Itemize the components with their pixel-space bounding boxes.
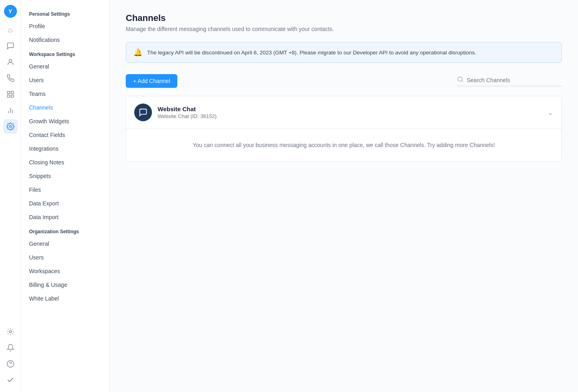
workspace-settings-title: Workspace Settings <box>21 47 109 60</box>
svg-rect-3 <box>7 95 10 97</box>
svg-point-12 <box>458 77 462 81</box>
contacts-icon[interactable] <box>3 55 18 69</box>
notifications-bell-icon[interactable] <box>3 340 18 355</box>
sidebar-item-org-general[interactable]: General <box>21 237 109 251</box>
page-title: Channels <box>126 13 562 23</box>
channels-toolbar: + Add Channel <box>126 74 562 88</box>
settings-icon[interactable] <box>3 119 18 134</box>
sidebar-item-ws-users[interactable]: Users <box>21 73 109 87</box>
integrations-bottom-icon[interactable] <box>3 324 18 339</box>
svg-line-13 <box>462 81 463 82</box>
sidebar-item-ws-teams[interactable]: Teams <box>21 87 109 101</box>
search-input[interactable] <box>467 77 555 83</box>
home-icon[interactable]: ⌂ <box>3 23 18 37</box>
chat-icon[interactable] <box>3 39 18 53</box>
channel-info: Website Chat Website Chat (ID: 36152) <box>158 106 547 119</box>
sidebar-item-ws-export[interactable]: Data Export <box>21 197 109 210</box>
page-subtitle: Manage the different messaging channels … <box>126 26 562 32</box>
sidebar-item-ws-closing[interactable]: Closing Notes <box>21 156 109 169</box>
reports-icon[interactable] <box>3 103 18 118</box>
sidebar-item-ws-files[interactable]: Files <box>21 183 109 197</box>
search-wrapper <box>457 76 562 86</box>
sidebar-item-ws-snippets[interactable]: Snippets <box>21 169 109 183</box>
channel-list: Website Chat Website Chat (ID: 36152) ⌄ … <box>126 96 562 162</box>
workspace-settings-nav: GeneralUsersTeamsChannelsGrowth WidgetsC… <box>21 60 109 224</box>
svg-rect-2 <box>11 91 13 94</box>
sidebar-item-org-white-label[interactable]: White Label <box>21 292 109 305</box>
help-icon[interactable] <box>3 357 18 371</box>
org-settings-title: Organization Settings <box>21 224 109 237</box>
svg-rect-4 <box>11 95 13 97</box>
org-settings-nav: GeneralUsersWorkspacesBilling & UsageWhi… <box>21 237 109 305</box>
channel-name: Website Chat <box>158 106 547 112</box>
channel-item[interactable]: Website Chat Website Chat (ID: 36152) ⌄ <box>126 96 561 129</box>
search-icon <box>457 76 464 84</box>
main-content: Channels Manage the different messaging … <box>110 0 578 392</box>
sidebar: Personal Settings ProfileNotifications W… <box>21 0 110 392</box>
warning-icon: 🔔 <box>133 48 142 57</box>
empty-state: You can connect all your business messag… <box>126 129 561 161</box>
sidebar-item-ws-integrations[interactable]: Integrations <box>21 142 109 156</box>
warning-banner: 🔔 The legacy API will be discontinued on… <box>126 42 562 63</box>
chevron-down-icon: ⌄ <box>547 108 553 117</box>
sidebar-item-ws-import[interactable]: Data Import <box>21 210 109 224</box>
channel-avatar <box>134 104 152 121</box>
sidebar-item-ws-contacts[interactable]: Contact Fields <box>21 128 109 142</box>
add-channel-button[interactable]: + Add Channel <box>126 74 177 88</box>
user-avatar[interactable]: Y <box>4 5 17 18</box>
personal-settings-title: Personal Settings <box>21 6 109 19</box>
sidebar-item-org-billing[interactable]: Billing & Usage <box>21 278 109 292</box>
svg-point-9 <box>9 331 11 333</box>
svg-point-8 <box>9 126 11 128</box>
sidebar-item-ws-general[interactable]: General <box>21 60 109 73</box>
sidebar-item-notifications[interactable]: Notifications <box>21 33 109 47</box>
channels-container: Website Chat Website Chat (ID: 36152) ⌄ <box>126 96 561 129</box>
org-icon[interactable] <box>3 87 18 102</box>
sidebar-item-org-users[interactable]: Users <box>21 251 109 264</box>
sidebar-item-ws-channels[interactable]: Channels <box>21 101 109 114</box>
sidebar-item-profile[interactable]: Profile <box>21 19 109 33</box>
banner-text: The legacy API will be discontinued on A… <box>147 50 476 56</box>
icon-rail: Y ⌂ <box>0 0 21 392</box>
checkmark-icon[interactable] <box>3 373 18 387</box>
svg-point-0 <box>9 59 12 62</box>
sidebar-item-org-workspaces[interactable]: Workspaces <box>21 264 109 278</box>
personal-settings-nav: ProfileNotifications <box>21 19 109 47</box>
svg-rect-1 <box>7 91 10 94</box>
phone-icon[interactable] <box>3 71 18 85</box>
sidebar-item-ws-growth[interactable]: Growth Widgets <box>21 114 109 128</box>
channel-id: Website Chat (ID: 36152) <box>158 113 547 119</box>
